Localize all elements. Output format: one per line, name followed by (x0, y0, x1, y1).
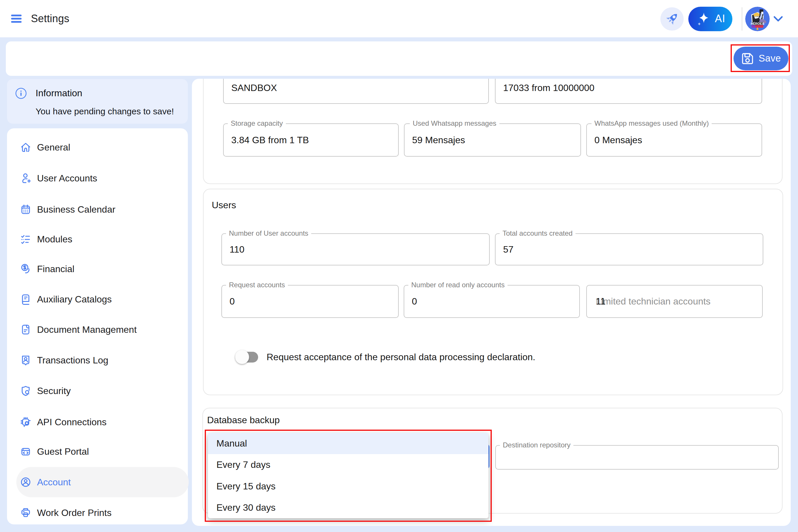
info-alert: Information You have pending changes to … (7, 79, 188, 124)
documents-field[interactable]: 17033 from 10000000 (495, 79, 762, 104)
sidebar-item-label: General (37, 142, 70, 153)
calendar-icon (19, 203, 32, 216)
sidebar-item-general[interactable]: General (16, 132, 189, 163)
sidebar-item-financial[interactable]: Financial (16, 254, 189, 284)
checklist-icon (19, 233, 32, 246)
sidebar-item-api-connections[interactable]: API Connections (16, 407, 189, 437)
sidebar-item-auxiliary-catalogs[interactable]: Auxiliary Catalogs (16, 284, 189, 315)
sidebar-item-label: Transactions Log (37, 355, 108, 366)
user-circle-icon (19, 476, 32, 489)
user-add-icon (19, 172, 32, 185)
browser-code-icon (19, 445, 32, 458)
whatsapp-monthly-field[interactable]: WhatsApp messages used (Monthly) 0 Mensa… (586, 124, 762, 157)
sidebar-item-business-calendar[interactable]: Business Calendar (16, 194, 189, 225)
used-whatsapp-messages-field[interactable]: Used Whatsapp messages 59 Mensajes (404, 124, 581, 157)
ai-button-label: AI (715, 13, 725, 25)
document-icon (19, 323, 32, 336)
sidebar-item-modules[interactable]: Modules (16, 224, 189, 254)
sidebar-item-label: Security (37, 385, 71, 396)
rocket-icon (664, 11, 680, 27)
toolbar (6, 41, 792, 76)
menu-button[interactable] (9, 12, 24, 26)
page-title: Settings (31, 0, 70, 37)
storage-capacity-field[interactable]: Storage capacity 3.84 GB from 1 TB (223, 124, 399, 157)
sidebar-item-guest-portal[interactable]: Guest Portal (16, 436, 189, 467)
save-button[interactable]: Save (734, 47, 788, 70)
users-section-title: Users (212, 200, 236, 211)
sidebar-item-work-order-prints[interactable]: Work Order Prints (16, 498, 189, 528)
sidebar-item-label: Financial (37, 264, 74, 274)
topbar-divider (742, 7, 742, 31)
plan-field[interactable]: SANDBOX (223, 79, 489, 104)
sidebar-item-label: API Connections (37, 417, 107, 428)
sidebar-item-label: Document Management (37, 324, 137, 335)
personal-data-toggle[interactable] (235, 350, 267, 364)
backup-option-every-15-days[interactable]: Every 15 days (208, 476, 489, 497)
shield-icon (19, 384, 32, 397)
badge-user-icon (19, 354, 32, 367)
backup-option-every-30-days[interactable]: Every 30 days (208, 497, 489, 518)
sidebar: GeneralUser AccountsBusiness CalendarMod… (7, 128, 188, 525)
limited-technician-accounts-field[interactable]: Limited technician accounts 11 (586, 285, 763, 318)
sidebar-item-label: Business Calendar (37, 204, 115, 215)
dollar-coin-icon (19, 263, 32, 276)
home-icon (19, 141, 32, 154)
sidebar-item-document-management[interactable]: Document Management (16, 315, 189, 345)
save-button-label: Save (759, 53, 781, 64)
sidebar-item-label: Account (37, 477, 71, 488)
sidebar-item-account[interactable]: Account (16, 467, 189, 497)
destination-repository-field[interactable]: Destination repository (495, 445, 779, 470)
personal-data-toggle-label: Request acceptance of the personal data … (267, 352, 535, 363)
backup-option-every-7-days[interactable]: Every 7 days (208, 454, 489, 475)
alert-message: You have pending changes to save! (36, 107, 174, 116)
chip-gear-icon (19, 416, 32, 429)
topbar: Settings AI (0, 0, 798, 37)
backup-option-manual[interactable]: Manual (208, 433, 489, 454)
backup-frequency-menu: ManualEvery 7 daysEvery 15 daysEvery 30 … (208, 433, 489, 518)
sidebar-item-label: Guest Portal (37, 446, 89, 457)
sidebar-item-label: Modules (37, 234, 72, 245)
hamburger-icon (11, 15, 22, 16)
total-accounts-created-field[interactable]: Total accounts created 57 (495, 233, 763, 265)
sidebar-item-security[interactable]: Security (16, 376, 189, 406)
ai-sparkle-icon (697, 12, 711, 26)
database-backup-title: Database backup (207, 415, 280, 425)
printer-icon (19, 506, 32, 519)
rocket-button[interactable] (660, 7, 684, 31)
ai-button[interactable]: AI (688, 7, 733, 31)
read-only-accounts-field[interactable]: Number of read only accounts 0 (404, 285, 580, 318)
svg-text:HÉROES: HÉROES (751, 22, 764, 25)
sidebar-item-label: User Accounts (37, 173, 97, 184)
sidebar-item-transactions-log[interactable]: Transactions Log (16, 345, 189, 375)
chevron-down-icon[interactable] (772, 14, 784, 24)
sidebar-item-user-accounts[interactable]: User Accounts (16, 163, 189, 193)
avatar[interactable]: HÉROES (745, 7, 770, 31)
number-of-user-accounts-field[interactable]: Number of User accounts 110 (221, 233, 490, 265)
info-icon (15, 88, 27, 99)
main-panel: SANDBOX 17033 from 10000000 Storage capa… (192, 79, 791, 526)
sidebar-item-label: Auxiliary Catalogs (37, 294, 112, 305)
sidebar-item-label: Work Order Prints (37, 508, 111, 518)
save-icon (741, 52, 754, 65)
request-accounts-field[interactable]: Request accounts 0 (221, 285, 399, 318)
book-icon (19, 293, 32, 306)
alert-title: Information (36, 88, 82, 99)
